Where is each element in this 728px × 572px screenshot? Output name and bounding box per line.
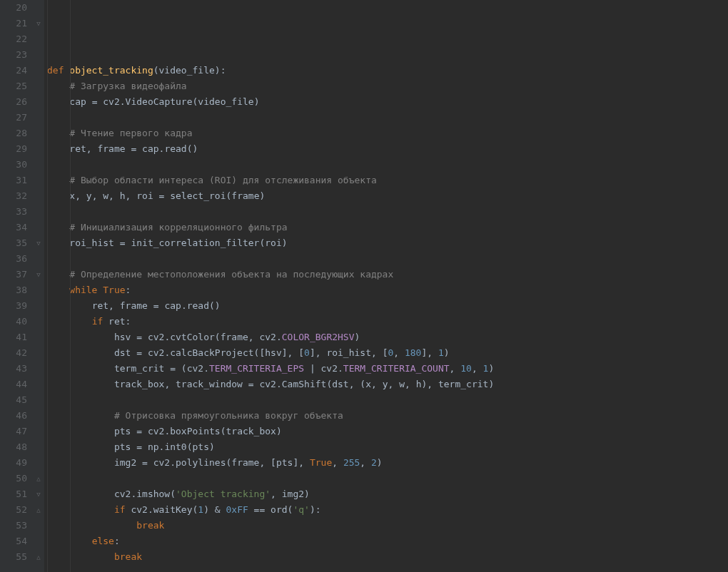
fold-toggle-icon[interactable]: ▽ (34, 267, 43, 282)
line-number: 32 (0, 188, 27, 204)
fold-toggle-icon[interactable]: ▽ (34, 235, 43, 251)
line-number: 42 (0, 345, 27, 361)
code-line[interactable] (47, 204, 728, 220)
code-line[interactable]: def object_tracking(video_file): (47, 63, 728, 78)
line-number: 29 (0, 141, 27, 157)
line-number: 21 (0, 16, 27, 31)
code-line[interactable]: if cv2.waitKey(1) & 0xFF == ord('q'): (47, 502, 728, 518)
line-number: 54 (0, 533, 27, 549)
code-line[interactable]: cv2.imshow('Object tracking', img2) (47, 486, 728, 502)
line-number: 34 (0, 220, 27, 235)
line-number: 30 (0, 157, 27, 173)
code-line[interactable]: if ret: (47, 314, 728, 330)
code-editor[interactable]: def object_tracking(video_file): # Загру… (44, 0, 728, 572)
code-line[interactable]: # Выбор области интереса (ROI) для отсле… (47, 173, 728, 188)
line-number: 27 (0, 110, 27, 126)
code-line[interactable]: ret, frame = cap.read() (47, 298, 728, 314)
line-number: 25 (0, 78, 27, 94)
line-number: 52 (0, 502, 27, 518)
line-number: 47 (0, 424, 27, 439)
line-number: 41 (0, 330, 27, 345)
code-line[interactable]: track_box, track_window = cv2.CamShift(d… (47, 377, 728, 392)
line-number: 46 (0, 408, 27, 424)
line-number: 33 (0, 204, 27, 220)
fold-toggle-icon[interactable]: △ (34, 549, 43, 565)
code-line[interactable]: img2 = cv2.polylines(frame, [pts], True,… (47, 455, 728, 471)
line-number: 36 (0, 251, 27, 267)
fold-toggle-icon[interactable]: △ (34, 502, 43, 518)
code-line[interactable]: # Загрузка видеофайла (47, 78, 728, 94)
line-number: 55 (0, 549, 27, 565)
line-number-gutter: 2021222324252627282930313233343536373839… (0, 0, 34, 572)
line-number: 37 (0, 267, 27, 282)
line-number: 31 (0, 173, 27, 188)
line-number: 28 (0, 126, 27, 141)
code-line[interactable]: while True: (47, 282, 728, 298)
code-line[interactable]: pts = np.int0(pts) (47, 439, 728, 455)
code-line[interactable]: else: (47, 533, 728, 549)
line-number: 40 (0, 314, 27, 330)
fold-toggle-icon[interactable]: ▽ (34, 16, 43, 31)
line-number: 20 (0, 0, 27, 16)
code-line[interactable]: # Чтение первого кадра (47, 126, 728, 141)
line-number: 23 (0, 47, 27, 63)
code-line[interactable] (47, 251, 728, 267)
line-number: 24 (0, 63, 27, 78)
line-number: 45 (0, 392, 27, 408)
line-number: 44 (0, 377, 27, 392)
line-number: 26 (0, 94, 27, 110)
line-number: 22 (0, 31, 27, 47)
line-number: 38 (0, 282, 27, 298)
code-line[interactable]: ret, frame = cap.read() (47, 141, 728, 157)
code-line[interactable]: pts = cv2.boxPoints(track_box) (47, 424, 728, 439)
code-line[interactable]: term_crit = (cv2.TERM_CRITERIA_EPS | cv2… (47, 361, 728, 377)
line-number: 48 (0, 439, 27, 455)
line-number: 43 (0, 361, 27, 377)
line-number: 49 (0, 455, 27, 471)
code-line[interactable]: roi_hist = init_correlation_filter(roi) (47, 235, 728, 251)
fold-toggle-icon[interactable]: ▽ (34, 486, 43, 502)
code-line[interactable]: cap = cv2.VideoCapture(video_file) (47, 94, 728, 110)
code-line[interactable] (47, 47, 728, 63)
line-number: 39 (0, 298, 27, 314)
code-line[interactable]: hsv = cv2.cvtColor(frame, cv2.COLOR_BGR2… (47, 330, 728, 345)
code-line[interactable]: break (47, 518, 728, 533)
code-line[interactable]: # Определение местоположения объекта на … (47, 267, 728, 282)
code-line[interactable]: x, y, w, h, roi = select_roi(frame) (47, 188, 728, 204)
code-line[interactable] (47, 565, 728, 572)
code-line[interactable]: # Инициализация корреляционного фильтра (47, 220, 728, 235)
line-number: 50 (0, 471, 27, 486)
code-line[interactable] (47, 157, 728, 173)
line-number (0, 565, 27, 572)
code-line[interactable] (47, 392, 728, 408)
code-line[interactable] (47, 110, 728, 126)
line-number: 53 (0, 518, 27, 533)
fold-column: ▽▽▽△▽△△ (34, 0, 44, 572)
code-line[interactable] (47, 471, 728, 486)
line-number: 51 (0, 486, 27, 502)
line-number: 35 (0, 235, 27, 251)
code-line[interactable]: break (47, 549, 728, 565)
code-line[interactable]: # Отрисовка прямоугольника вокруг объект… (47, 408, 728, 424)
fold-toggle-icon[interactable]: △ (34, 471, 43, 486)
code-line[interactable]: dst = cv2.calcBackProject([hsv], [0], ro… (47, 345, 728, 361)
